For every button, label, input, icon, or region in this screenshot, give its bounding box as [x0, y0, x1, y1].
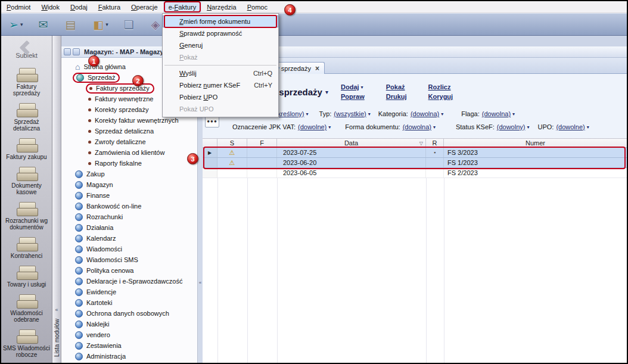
- menubar-item[interactable]: e-Faktury: [163, 1, 201, 13]
- table-row[interactable]: 2023-06-05 FS 2/2023: [203, 168, 627, 178]
- toolbar-button[interactable]: ➢ ▾: [7, 15, 24, 33]
- menubar-item[interactable]: Widok: [36, 1, 65, 13]
- action-link[interactable]: Dodaj ▾: [341, 83, 365, 91]
- chevron-down-icon: ▾: [433, 125, 436, 130]
- tree-item[interactable]: vendero: [61, 329, 197, 340]
- filter-label: Typ:: [319, 110, 332, 117]
- tree-item[interactable]: Wiadomości: [61, 244, 197, 254]
- column-numer[interactable]: Numer: [444, 139, 627, 147]
- sidebar-module[interactable]: Faktury sprzedaży: [1, 67, 52, 98]
- subiekt-logo: Subiekt: [1, 36, 52, 66]
- tree-item-label: Zakup: [86, 170, 105, 178]
- menu-option[interactable]: Generuj: [163, 39, 278, 51]
- menu-option[interactable]: Wyślij Ctrl+Q: [163, 67, 278, 79]
- modules-strip[interactable]: « Lista modułów: [52, 36, 61, 363]
- sidebar-module[interactable]: Towary i usługi: [1, 265, 52, 289]
- menubar-item[interactable]: Operacje: [126, 1, 163, 13]
- table-row[interactable]: ⚠ 2023-06-20 FS 1/2023: [203, 158, 627, 168]
- column-data[interactable]: Data ▽: [277, 139, 426, 147]
- module-label: Sprzedaż detaliczna: [2, 119, 51, 132]
- toolbar-button[interactable]: ◧ ▾: [91, 15, 110, 33]
- cell-date: 2023-06-05: [277, 168, 426, 178]
- tree-item[interactable]: Ewidencje: [61, 287, 197, 297]
- filter-value-link[interactable]: (wszystkie) ▾: [334, 110, 370, 117]
- tree-item[interactable]: Kartoteki: [61, 297, 197, 308]
- tree-item[interactable]: Zwroty detaliczne: [61, 136, 197, 147]
- window-icon[interactable]: [73, 48, 80, 55]
- tree-item[interactable]: Zestawienia: [61, 340, 197, 351]
- collapse-icon[interactable]: «: [55, 307, 58, 313]
- table-row[interactable]: ▶ ⚠ 2023-07-25 ▪ FS 3/2023: [203, 148, 627, 158]
- filter-label: Flaga:: [461, 110, 480, 117]
- menu-option[interactable]: Pobierz UPO: [163, 91, 278, 103]
- window-icon[interactable]: [64, 48, 71, 55]
- tree-item[interactable]: Zamówienia od klientów: [61, 147, 197, 158]
- column-s[interactable]: S: [217, 139, 247, 147]
- toolbar-button[interactable]: ▤: [63, 15, 79, 33]
- menubar-item[interactable]: Narzędzia: [201, 1, 242, 13]
- sidebar-module[interactable]: Wiadomości odebrane: [1, 293, 52, 324]
- filter-value-link[interactable]: (dowolna) ▾: [411, 110, 443, 117]
- menu-option[interactable]: Pokaż: [163, 51, 278, 63]
- column-r[interactable]: R: [426, 139, 444, 147]
- tree-item[interactable]: Magazyn: [61, 179, 197, 190]
- menu-option[interactable]: Zmień formę dokumentu: [163, 15, 278, 27]
- sidebar-module[interactable]: Sprzedaż detaliczna: [1, 102, 52, 133]
- sidebar-module[interactable]: Faktury zakupu: [1, 137, 52, 161]
- tree-item[interactable]: Deklaracje i e-Sprawozdawczość: [61, 276, 197, 287]
- menubar-item[interactable]: Pomoc: [242, 1, 273, 13]
- menu-option[interactable]: Pokaż UPO: [163, 103, 278, 115]
- action-link[interactable]: Rozlicz: [428, 83, 453, 91]
- collapse-icon[interactable]: «: [198, 280, 203, 285]
- filter-value-link[interactable]: (dowolne) ▾: [298, 123, 331, 130]
- close-icon[interactable]: ×: [315, 65, 319, 72]
- tree-item[interactable]: Bankowość on-line: [61, 201, 197, 211]
- menu-option-label: Wyślij: [179, 70, 197, 77]
- tree-item[interactable]: Wiadomości SMS: [61, 254, 197, 265]
- subiekt-window: Podmiot Widok Dodaj Faktura Operacje e-F…: [0, 0, 628, 364]
- menu-option[interactable]: [164, 63, 276, 67]
- tree-item[interactable]: Raporty fiskalne: [61, 158, 197, 169]
- row-selector-column[interactable]: [203, 139, 217, 147]
- menubar-item[interactable]: Faktura: [93, 1, 126, 13]
- filter-value-link[interactable]: (dowolne) ▾: [556, 123, 589, 130]
- action-link[interactable]: Drukuj: [386, 93, 407, 100]
- sidebar-module[interactable]: Dokumenty kasowe: [1, 166, 52, 197]
- sidebar-module[interactable]: Kontrahenci: [1, 236, 52, 260]
- action-link[interactable]: Popraw: [341, 93, 365, 100]
- tree-item-label: Finanse: [86, 192, 110, 199]
- tree-item[interactable]: Sprzedaż detaliczna: [61, 126, 197, 136]
- filter-value-link[interactable]: (dowolna) ▾: [482, 110, 515, 117]
- row-selector-cell: [203, 158, 217, 167]
- tree-item[interactable]: Finanse: [61, 190, 197, 201]
- tree-item[interactable]: Polityka cenowa: [61, 265, 197, 276]
- tree-item[interactable]: Rozrachunki: [61, 211, 197, 222]
- tree-item[interactable]: Kalendarz: [61, 233, 197, 244]
- tree-item[interactable]: Działania: [61, 222, 197, 233]
- action-link[interactable]: Koryguj: [428, 93, 453, 100]
- module-label: Wiadomości odebrane: [2, 310, 51, 323]
- menubar-item[interactable]: Dodaj: [65, 1, 93, 13]
- tree-item-icon: [75, 299, 83, 307]
- column-f[interactable]: F: [247, 139, 277, 147]
- toolbar-button[interactable]: ✉: [36, 15, 51, 33]
- toolbar-button[interactable]: ❏: [122, 15, 138, 33]
- tree-item-icon: [76, 74, 84, 82]
- menu-option[interactable]: Sprawdź poprawność: [163, 27, 278, 39]
- tree-item[interactable]: Administracja: [61, 351, 197, 362]
- filter-value-link[interactable]: (dowolna) ▾: [403, 123, 436, 130]
- toolbar-button[interactable]: ◈: [150, 15, 164, 33]
- action-group: Rozlicz Koryguj: [428, 83, 453, 100]
- action-link[interactable]: Pokaż: [386, 83, 407, 91]
- child-window-titlebar: Magazyn: - MAP - Magazyn po: [61, 46, 627, 58]
- tree-item[interactable]: Ochrona danych osobowych: [61, 308, 197, 319]
- tree-item-icon: [75, 192, 83, 200]
- menu-option[interactable]: Pobierz numer KSeF Ctrl+Y: [163, 79, 278, 91]
- menubar-item[interactable]: Podmiot: [1, 1, 36, 13]
- sidebar-module[interactable]: SMS Wiadomości robocze: [1, 328, 52, 359]
- tree-item[interactable]: Naklejki: [61, 319, 197, 329]
- filter-value-link[interactable]: (dowolny) ▾: [497, 123, 530, 130]
- sidebar-module[interactable]: Rozrachunki wg dokumentów: [1, 201, 52, 232]
- tree-item[interactable]: Zakup: [61, 169, 197, 179]
- tree-item-label: vendero: [86, 331, 110, 338]
